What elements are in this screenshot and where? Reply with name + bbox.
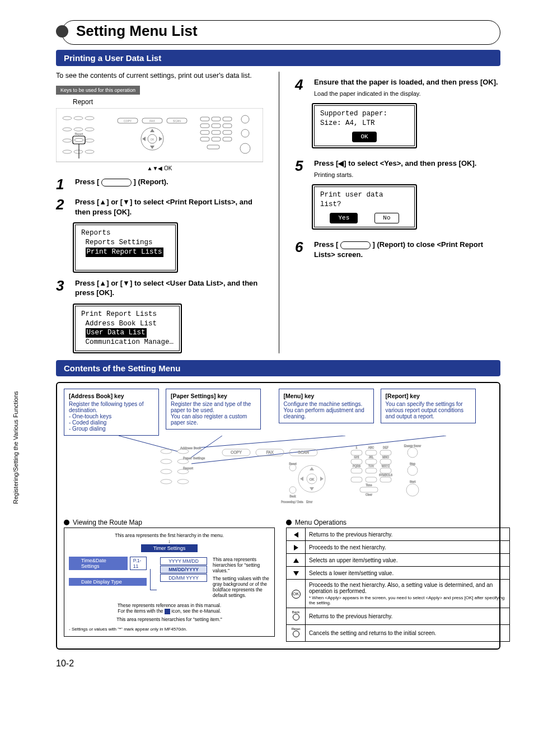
svg-point-54 xyxy=(177,459,189,464)
report-key-label: Report xyxy=(73,98,263,106)
svg-rect-38 xyxy=(200,137,209,141)
step-3-text: Press [▲] or [▼] to select <User Data Li… xyxy=(75,278,263,298)
svg-marker-72 xyxy=(300,477,303,481)
svg-rect-41 xyxy=(207,145,219,149)
svg-point-103 xyxy=(407,447,418,458)
arrow-right-icon xyxy=(287,541,306,554)
page-number: 10-2 xyxy=(56,659,500,669)
svg-rect-87 xyxy=(351,477,362,482)
svg-point-1 xyxy=(63,116,72,120)
svg-rect-39 xyxy=(212,137,221,141)
sidebar-section-label: Registering/Setting the Various Function… xyxy=(12,391,19,504)
svg-rect-49 xyxy=(155,442,469,504)
lcd-ok-button: OK xyxy=(352,132,376,142)
step-2-text: Press [▲] or [▼] to select <Print Report… xyxy=(75,197,263,217)
lcd-screen-reports: Reports Reports Settings Print Report Li… xyxy=(73,222,178,273)
menu-operations-title: Menu Operations xyxy=(286,519,510,526)
svg-text:COPY: COPY xyxy=(124,119,132,123)
step-number-2: 2 xyxy=(56,197,69,212)
svg-rect-34 xyxy=(223,124,232,128)
svg-text:SCAN: SCAN xyxy=(298,450,308,454)
svg-point-11 xyxy=(85,150,94,153)
svg-text:JKL: JKL xyxy=(369,455,374,459)
svg-text:PQRS: PQRS xyxy=(353,464,361,468)
svg-rect-32 xyxy=(200,124,209,128)
svg-rect-81 xyxy=(351,459,362,464)
svg-point-10 xyxy=(74,150,83,153)
chapter-bullet-icon xyxy=(56,25,68,38)
contents-setting-menu-box: [Address Book] key Register the followin… xyxy=(56,382,500,650)
chapter-title: Setting Menu List xyxy=(76,22,198,40)
svg-text:OK: OK xyxy=(150,138,154,141)
svg-marker-25 xyxy=(150,129,154,132)
svg-point-8 xyxy=(85,139,94,142)
svg-rect-36 xyxy=(212,130,221,134)
step-number-6: 6 xyxy=(295,240,308,254)
rm-opt-ddmm: DD/MM YYYY xyxy=(160,574,207,582)
svg-text:GHI: GHI xyxy=(354,455,359,459)
svg-point-105 xyxy=(407,465,418,475)
svg-rect-40 xyxy=(223,137,232,141)
lcd-no-button: No xyxy=(374,213,399,223)
svg-point-57 xyxy=(177,469,189,474)
svg-point-51 xyxy=(161,449,172,454)
svg-point-5 xyxy=(74,128,83,131)
e-manual-icon xyxy=(165,609,170,614)
route-map-box: This area represents the first hierarchy… xyxy=(64,528,275,637)
svg-text:Tone: Tone xyxy=(366,483,372,487)
rm-timer-settings: Timer Settings xyxy=(141,544,198,552)
svg-text:Start: Start xyxy=(410,480,416,483)
operation-panel-diagram: Report COPY FAX SCAN OK xyxy=(56,108,263,164)
svg-text:Back: Back xyxy=(289,494,296,498)
ok-key-icon: OK xyxy=(287,580,306,608)
menu-operations-table: Returns to the previous hierarchy. Proce… xyxy=(286,528,510,642)
svg-point-76 xyxy=(289,487,296,493)
step-number-4: 4 xyxy=(295,77,308,92)
paper-settings-key-box: [Paper Settings] key Register the size a… xyxy=(166,389,261,430)
svg-line-48 xyxy=(191,436,446,464)
svg-point-43 xyxy=(241,129,249,137)
svg-point-60 xyxy=(177,479,189,484)
svg-text:Paper Settings: Paper Settings xyxy=(183,456,205,460)
section-contents-setting-menu: Contents of the Setting Menu xyxy=(56,360,500,376)
keys-used-header: Keys to be used for this operation xyxy=(56,86,140,95)
svg-rect-86 xyxy=(380,468,391,473)
svg-text:TUV: TUV xyxy=(368,464,374,468)
svg-text:COPY: COPY xyxy=(231,450,242,454)
svg-point-6 xyxy=(85,128,94,131)
svg-text:Processing / Data: Processing / Data xyxy=(281,500,303,503)
svg-text:FAX: FAX xyxy=(149,119,155,123)
svg-text:SYMBOLS: SYMBOLS xyxy=(379,473,393,477)
svg-rect-29 xyxy=(200,117,209,121)
svg-text:Stop: Stop xyxy=(410,462,416,465)
svg-marker-27 xyxy=(142,137,146,141)
lcd-screen-supported-paper: Supported paper: Size: A4, LTR OK xyxy=(312,103,417,148)
step-5-subtext: Printing starts. xyxy=(314,171,476,179)
lcd-screen-print-report-lists: Print Report Lists Address Book List Use… xyxy=(73,304,182,354)
svg-point-2 xyxy=(74,116,83,120)
svg-text:WXYZ: WXYZ xyxy=(382,464,390,468)
step-6-text: Press [ ] (Report) to close <Print Repor… xyxy=(314,240,500,259)
svg-point-42 xyxy=(241,115,249,123)
svg-rect-35 xyxy=(200,130,209,134)
address-book-key-box: [Address Book] key Register the followin… xyxy=(64,389,159,436)
operation-panel-large-diagram: Address Book Paper Settings Report COPY … xyxy=(64,436,493,508)
svg-marker-70 xyxy=(310,467,314,470)
svg-point-107 xyxy=(406,484,419,496)
arrow-down-icon xyxy=(287,567,306,580)
svg-marker-26 xyxy=(150,146,154,149)
svg-rect-80 xyxy=(380,450,391,455)
rm-time-date-settings: Time&Date Settings xyxy=(69,557,128,570)
step-4-subtext: Load the paper indicated in the display. xyxy=(314,90,498,98)
step-number-1: 1 xyxy=(56,177,69,192)
svg-rect-85 xyxy=(366,468,377,473)
rm-opt-yyyy: YYYY MM/DD xyxy=(160,557,207,565)
step-number-5: 5 xyxy=(295,158,308,173)
svg-point-56 xyxy=(161,469,172,474)
step-number-3: 3 xyxy=(56,278,69,293)
svg-rect-82 xyxy=(366,459,377,464)
svg-rect-30 xyxy=(212,117,221,121)
svg-rect-78 xyxy=(351,450,362,455)
step-1-text: Press [ ] (Report). xyxy=(75,177,168,187)
svg-text:Report: Report xyxy=(74,132,83,136)
